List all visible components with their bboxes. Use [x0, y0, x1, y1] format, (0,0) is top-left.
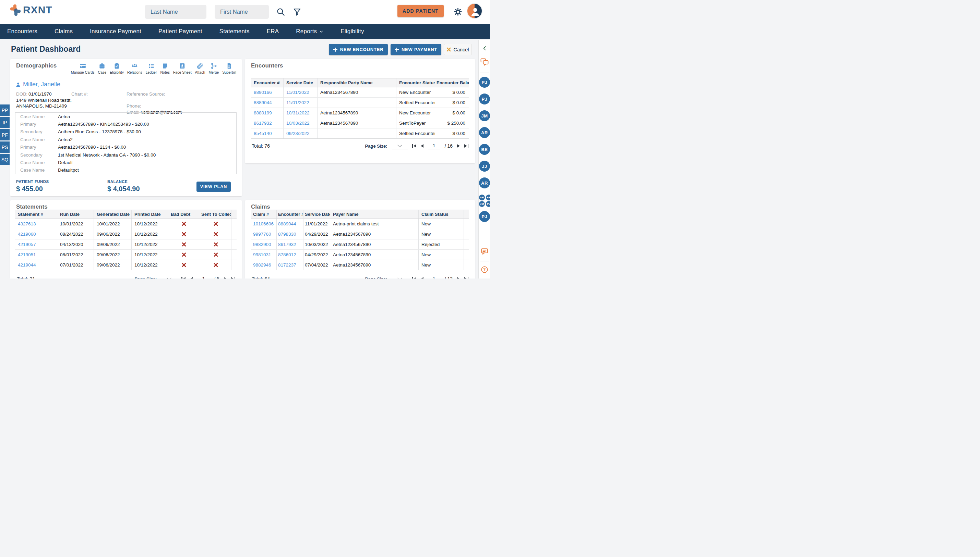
encounter-link[interactable]: 8786012: [276, 250, 303, 260]
statement-link[interactable]: 4327613: [15, 219, 57, 229]
new-encounter-button[interactable]: NEW ENCOUNTER: [329, 44, 388, 55]
claim-link[interactable]: 9882946: [251, 260, 276, 270]
claim-link[interactable]: 9997760: [251, 229, 276, 239]
avatar-small[interactable]: AR: [479, 194, 485, 201]
claim-link[interactable]: 9882900: [251, 239, 276, 249]
last-name-input[interactable]: [145, 5, 206, 19]
eligibility-button[interactable]: Eligibility: [110, 63, 124, 74]
filter-icon[interactable]: [293, 8, 301, 16]
relations-button[interactable]: Relations: [127, 63, 142, 74]
encounter-link[interactable]: 8617932: [276, 239, 303, 249]
nav-reports[interactable]: Reports: [296, 28, 323, 35]
ledger-button[interactable]: Ledger: [146, 63, 157, 74]
encounter-link[interactable]: 8889044: [251, 98, 283, 107]
page-number-input[interactable]: [197, 276, 209, 279]
encounter-link[interactable]: 8617932: [251, 118, 283, 128]
collapse-chevron-icon[interactable]: [482, 45, 487, 51]
statement-link[interactable]: 4219044: [15, 260, 57, 270]
statement-link[interactable]: 4219057: [15, 239, 57, 249]
table-row[interactable]: 10106606 8889044 11/01/2022 Aetna-print …: [251, 219, 469, 229]
encounter-link[interactable]: 8880199: [251, 108, 283, 118]
last-page-button[interactable]: [231, 277, 235, 278]
service-date-link[interactable]: 09/23/2022: [283, 129, 317, 138]
prev-page-button[interactable]: [190, 277, 193, 278]
encounter-link[interactable]: 8172237: [276, 260, 303, 270]
table-row[interactable]: 8890166 11/01/2022 Aetna1234567890 New E…: [251, 87, 469, 98]
table-row[interactable]: 9882900 8617932 10/03/2022 Aetna12345678…: [251, 239, 469, 250]
patient-name-link[interactable]: Miller, Janelle: [15, 81, 60, 88]
search-icon[interactable]: [276, 7, 285, 16]
superbill-button[interactable]: Superbill: [222, 63, 236, 74]
avatar[interactable]: JM: [479, 110, 490, 121]
encounter-link[interactable]: 8798330: [276, 229, 303, 239]
help-icon[interactable]: [481, 266, 488, 274]
avatar[interactable]: PJ: [479, 93, 490, 104]
page-size-select[interactable]: [161, 275, 177, 278]
add-patient-button[interactable]: ADD PATIENT: [397, 5, 444, 17]
first-page-button[interactable]: [181, 277, 186, 278]
left-tab-pp[interactable]: PP: [0, 104, 10, 116]
service-date-link[interactable]: 10/03/2022: [283, 118, 317, 128]
encounter-link[interactable]: 8545140: [251, 129, 283, 138]
service-date-link[interactable]: 11/01/2022: [283, 98, 317, 107]
encounter-link[interactable]: 8889044: [276, 219, 303, 229]
avatar[interactable]: PJ: [479, 77, 490, 88]
left-tab-ps[interactable]: PS: [0, 142, 10, 153]
face-sheet-button[interactable]: Face Sheet: [173, 63, 192, 74]
next-page-button[interactable]: [457, 144, 460, 148]
page-size-select[interactable]: [392, 275, 408, 278]
statement-link[interactable]: 4219060: [15, 229, 57, 239]
feedback-chat-icon[interactable]: [481, 248, 488, 255]
next-page-button[interactable]: [224, 277, 227, 278]
new-payment-button[interactable]: NEW PAYMENT: [390, 44, 441, 55]
next-page-button[interactable]: [457, 277, 460, 278]
first-page-button[interactable]: [412, 144, 416, 148]
avatar-small[interactable]: BE: [485, 194, 490, 201]
nav-patient-payment[interactable]: Patient Payment: [158, 28, 202, 35]
table-row[interactable]: 8889044 11/01/2022 Settled Encounter $ 0…: [251, 98, 469, 108]
chat-icon[interactable]: [480, 58, 488, 66]
last-page-button[interactable]: [464, 144, 469, 148]
table-row[interactable]: 9882946 8172237 07/04/2022 Aetna12345678…: [251, 260, 469, 270]
attach-button[interactable]: Attach: [195, 63, 206, 74]
view-plan-button[interactable]: VIEW PLAN: [196, 182, 231, 192]
avatar[interactable]: PJ: [479, 211, 490, 222]
notes-button[interactable]: Notes: [160, 63, 169, 74]
nav-claims[interactable]: Claims: [54, 28, 73, 35]
claim-link[interactable]: 10106606: [251, 219, 276, 229]
case-button[interactable]: Case: [98, 63, 107, 74]
prev-page-button[interactable]: [421, 277, 423, 278]
prev-page-button[interactable]: [421, 144, 423, 148]
merge-button[interactable]: Merge: [209, 63, 219, 74]
table-row[interactable]: 4219060 08/24/2022 09/06/2022 10/12/2022: [15, 229, 237, 239]
cancel-button[interactable]: Cancel: [444, 44, 472, 55]
avatar[interactable]: JJ: [479, 161, 490, 172]
nav-eligibility[interactable]: Eligibility: [340, 28, 364, 35]
service-date-link[interactable]: 10/31/2022: [283, 108, 317, 118]
table-row[interactable]: 4219057 04/13/2020 09/06/2022 10/12/2022: [15, 239, 237, 250]
left-tab-ip[interactable]: IP: [0, 117, 10, 128]
avatar[interactable]: AR: [479, 127, 490, 138]
page-number-input[interactable]: [428, 276, 440, 279]
table-row[interactable]: 8617932 10/03/2022 Aetna1234567890 SentT…: [251, 118, 469, 129]
table-row[interactable]: 9997760 8798330 04/29/2022 Aetna12345678…: [251, 229, 469, 239]
manage-cards-button[interactable]: Manage Cards: [71, 63, 95, 74]
table-row[interactable]: 8880199 10/31/2022 Aetna1234567890 New E…: [251, 108, 469, 118]
service-date-link[interactable]: 11/01/2022: [283, 87, 317, 97]
table-row[interactable]: 8545140 09/23/2022 Settled Encounter $ 0…: [251, 129, 469, 139]
last-page-button[interactable]: [464, 277, 469, 278]
gear-icon[interactable]: [454, 8, 462, 16]
page-size-select[interactable]: [392, 143, 408, 149]
first-name-input[interactable]: [215, 5, 269, 19]
avatar[interactable]: BE: [479, 144, 490, 155]
avatar-small[interactable]: PJ: [485, 201, 490, 207]
rxnt-logo[interactable]: RXNT: [10, 4, 52, 16]
nav-era[interactable]: ERA: [267, 28, 279, 35]
table-row[interactable]: 4327613 10/01/2022 10/01/2022 10/12/2022: [15, 219, 237, 229]
page-number-input[interactable]: [428, 143, 440, 149]
nav-encounters[interactable]: Encounters: [7, 28, 38, 35]
claim-link[interactable]: 9981031: [251, 250, 276, 260]
nav-statements[interactable]: Statements: [219, 28, 250, 35]
table-row[interactable]: 9981031 8786012 04/29/2022 Aetna12345678…: [251, 250, 469, 260]
table-row[interactable]: 4219044 07/01/2022 09/06/2022 10/12/2022: [15, 260, 237, 270]
